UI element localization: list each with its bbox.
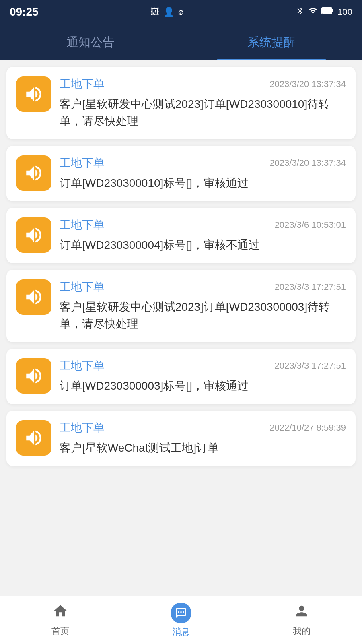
notif-title-6: 工地下单 bbox=[60, 420, 105, 436]
notification-card-1[interactable]: 工地下单 2023/3/20 13:37:34 客户[星软研发中心测试2023]… bbox=[6, 67, 356, 139]
nav-home[interactable]: 首页 bbox=[0, 603, 121, 637]
notif-content-4: 客户[星软研发中心测试2023]订单[WD230300003]待转单，请尽快处理 bbox=[60, 299, 346, 332]
mine-icon bbox=[294, 603, 310, 623]
notification-card-4[interactable]: 工地下单 2023/3/3 17:27:51 客户[星软研发中心测试2023]订… bbox=[6, 270, 356, 342]
notif-body-1: 工地下单 2023/3/20 13:37:34 客户[星软研发中心测试2023]… bbox=[60, 76, 346, 130]
svg-point-4 bbox=[178, 611, 180, 613]
notif-header-1: 工地下单 2023/3/20 13:37:34 bbox=[60, 76, 346, 92]
svg-point-5 bbox=[183, 611, 184, 613]
tab-bar: 通知公告 系统提醒 bbox=[0, 24, 362, 60]
usb-icon: ⌀ bbox=[178, 7, 183, 17]
notif-content-2: 订单[WD230300010]标号[]，审核通过 bbox=[60, 175, 346, 192]
notif-icon-3 bbox=[16, 217, 51, 253]
tab-notice-label: 通知公告 bbox=[66, 34, 115, 51]
notif-icon-5 bbox=[16, 358, 51, 394]
notif-header-2: 工地下单 2023/3/20 13:37:34 bbox=[60, 155, 346, 171]
notif-icon-1 bbox=[16, 76, 51, 112]
notif-time-6: 2022/10/27 8:59:39 bbox=[269, 423, 346, 433]
notif-body-2: 工地下单 2023/3/20 13:37:34 订单[WD230300010]标… bbox=[60, 155, 346, 192]
battery-level: 100 bbox=[337, 7, 352, 17]
nav-home-label: 首页 bbox=[51, 625, 69, 637]
notif-body-6: 工地下单 2022/10/27 8:59:39 客户[星软WeChat测试工地]… bbox=[60, 420, 346, 456]
tab-notice[interactable]: 通知公告 bbox=[0, 24, 181, 60]
nav-mine-label: 我的 bbox=[293, 625, 311, 637]
notification-card-5[interactable]: 工地下单 2023/3/3 17:27:51 订单[WD230300003]标号… bbox=[6, 349, 356, 404]
person-icon: 👤 bbox=[163, 7, 174, 17]
notif-title-1: 工地下单 bbox=[60, 76, 105, 92]
notif-title-2: 工地下单 bbox=[60, 155, 105, 171]
notif-time-2: 2023/3/20 13:37:34 bbox=[269, 158, 346, 168]
notif-time-3: 2023/3/6 10:53:01 bbox=[275, 220, 346, 230]
nav-mine[interactable]: 我的 bbox=[241, 603, 362, 637]
notification-card-6[interactable]: 工地下单 2022/10/27 8:59:39 客户[星软WeChat测试工地]… bbox=[6, 411, 356, 466]
notif-header-6: 工地下单 2022/10/27 8:59:39 bbox=[60, 420, 346, 436]
notif-icon-2 bbox=[16, 155, 51, 191]
svg-rect-1 bbox=[332, 9, 333, 12]
notif-title-4: 工地下单 bbox=[60, 279, 105, 295]
notif-body-3: 工地下单 2023/3/6 10:53:01 订单[WD230300004]标号… bbox=[60, 217, 346, 254]
status-icons: 🖼 👤 ⌀ bbox=[150, 7, 183, 17]
notif-header-4: 工地下单 2023/3/3 17:27:51 bbox=[60, 279, 346, 295]
notif-icon-4 bbox=[16, 279, 51, 315]
notification-card-2[interactable]: 工地下单 2023/3/20 13:37:34 订单[WD230300010]标… bbox=[6, 146, 356, 201]
tab-system[interactable]: 系统提醒 bbox=[181, 24, 362, 60]
notif-content-5: 订单[WD230300003]标号[]，审核通过 bbox=[60, 378, 346, 394]
photo-icon: 🖼 bbox=[150, 7, 159, 17]
battery-icon bbox=[321, 6, 333, 18]
notif-time-4: 2023/3/3 17:27:51 bbox=[275, 282, 346, 292]
notif-content-6: 客户[星软WeChat测试工地]订单 bbox=[60, 440, 346, 456]
notif-time-5: 2023/3/3 17:27:51 bbox=[275, 361, 346, 371]
tab-system-label: 系统提醒 bbox=[247, 34, 296, 51]
notification-card-3[interactable]: 工地下单 2023/3/6 10:53:01 订单[WD230300004]标号… bbox=[6, 208, 356, 263]
message-icon bbox=[171, 603, 191, 623]
home-icon bbox=[52, 603, 68, 623]
notif-time-1: 2023/3/20 13:37:34 bbox=[269, 79, 346, 89]
notifications-list: 工地下单 2023/3/20 13:37:34 客户[星软研发中心测试2023]… bbox=[0, 60, 362, 596]
svg-point-3 bbox=[180, 611, 182, 613]
notif-content-3: 订单[WD230300004]标号[]，审核不通过 bbox=[60, 237, 346, 254]
notif-header-3: 工地下单 2023/3/6 10:53:01 bbox=[60, 217, 346, 233]
status-right-icons: 100 bbox=[296, 6, 352, 18]
status-time: 09:25 bbox=[10, 6, 39, 19]
bottom-nav: 首页 消息 我的 bbox=[0, 596, 362, 644]
notif-header-5: 工地下单 2023/3/3 17:27:51 bbox=[60, 358, 346, 374]
notif-title-5: 工地下单 bbox=[60, 358, 105, 374]
svg-rect-2 bbox=[322, 8, 331, 14]
notif-body-4: 工地下单 2023/3/3 17:27:51 客户[星软研发中心测试2023]订… bbox=[60, 279, 346, 332]
notif-icon-6 bbox=[16, 420, 51, 456]
notif-content-1: 客户[星软研发中心测试2023]订单[WD230300010]待转单，请尽快处理 bbox=[60, 96, 346, 130]
nav-message-label: 消息 bbox=[172, 626, 190, 638]
bluetooth-icon bbox=[296, 6, 304, 18]
signal-icon bbox=[309, 6, 317, 18]
notif-title-3: 工地下单 bbox=[60, 217, 105, 233]
nav-message[interactable]: 消息 bbox=[121, 603, 241, 638]
notif-body-5: 工地下单 2023/3/3 17:27:51 订单[WD230300003]标号… bbox=[60, 358, 346, 394]
status-bar: 09:25 🖼 👤 ⌀ 100 bbox=[0, 0, 362, 24]
